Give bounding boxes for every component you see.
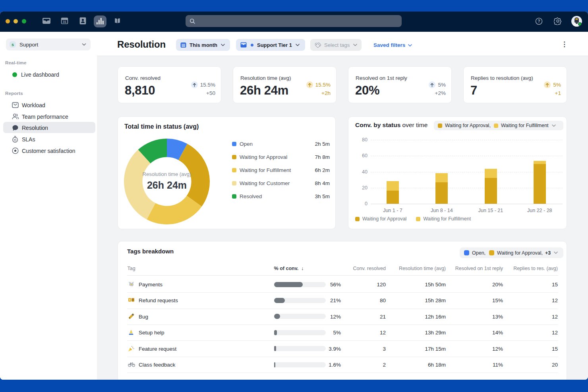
svg-text:?: ? [538, 19, 540, 23]
svg-text:31: 31 [63, 20, 67, 24]
